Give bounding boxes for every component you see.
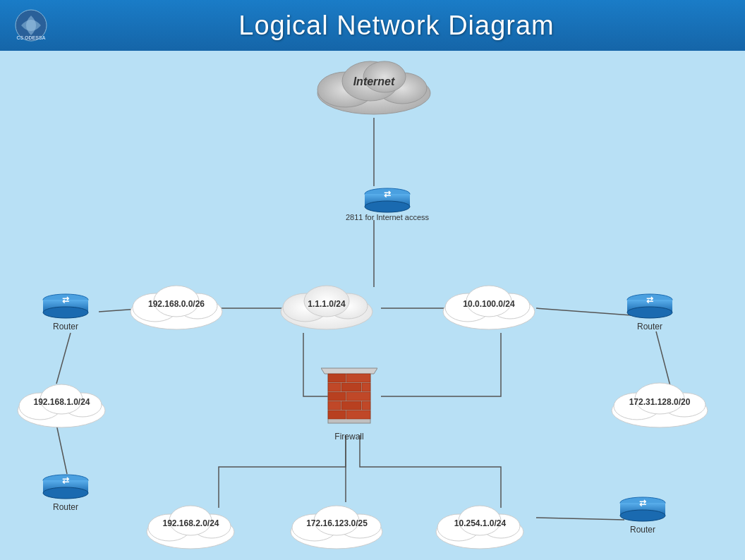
svg-text:⇄: ⇄ xyxy=(384,189,391,199)
header-title: Logical Network Diagram xyxy=(62,11,731,41)
cloud-left: 192.168.0.0/26 xyxy=(123,276,229,333)
svg-marker-51 xyxy=(321,368,377,374)
svg-rect-52 xyxy=(328,374,346,382)
internet-cloud: Internet xyxy=(303,54,444,118)
diagram: Internet ⇄ 2811 for Internet access xyxy=(0,51,745,560)
router-left-top-label: Router xyxy=(53,322,78,331)
svg-text:⇄: ⇄ xyxy=(646,295,653,305)
router-left-bot: ⇄ Router xyxy=(41,473,90,512)
router-left-top: ⇄ Router xyxy=(41,292,90,331)
svg-rect-60 xyxy=(341,401,361,410)
svg-text:CS ODESSA: CS ODESSA xyxy=(16,35,45,40)
cloud-br-label: 10.254.1.0/24 xyxy=(454,518,506,530)
router-right-top: ⇄ Router xyxy=(625,292,674,331)
svg-rect-62 xyxy=(328,410,346,419)
firewall: Firewall xyxy=(321,367,377,442)
svg-point-78 xyxy=(43,487,88,499)
cloud-bl: 192.168.2.0/24 xyxy=(140,497,242,552)
svg-line-9 xyxy=(56,425,67,474)
svg-point-82 xyxy=(620,510,665,521)
svg-text:⇄: ⇄ xyxy=(62,475,69,485)
svg-rect-59 xyxy=(328,401,341,410)
router-left-bot-label: Router xyxy=(53,502,78,512)
cloud-right2: 172.31.128.0/20 xyxy=(603,375,716,430)
svg-rect-53 xyxy=(346,374,370,382)
cloud-bc: 172.16.123.0/25 xyxy=(282,497,392,552)
svg-rect-55 xyxy=(341,383,361,391)
svg-rect-61 xyxy=(362,401,370,410)
svg-rect-57 xyxy=(328,392,346,401)
cloud-bc-label: 172.16.123.0/25 xyxy=(306,518,368,530)
router-right-bot: ⇄ Router xyxy=(618,495,667,535)
router-center-label: 2811 for Internet access xyxy=(346,212,429,222)
svg-point-36 xyxy=(43,307,88,318)
cloud-left2-label: 192.168.1.0/24 xyxy=(33,397,90,408)
router-center: ⇄ 2811 for Internet access xyxy=(346,186,429,226)
cloud-left2: 192.168.1.0/24 xyxy=(11,375,113,430)
svg-point-40 xyxy=(627,307,672,318)
firewall-label: Firewall xyxy=(334,432,363,442)
svg-text:⇄: ⇄ xyxy=(639,498,646,508)
svg-rect-54 xyxy=(328,383,341,391)
internet-label: Internet xyxy=(303,75,444,88)
cloud-left-label: 192.168.0.0/26 xyxy=(148,299,205,310)
cloud-right: 10.0.100.0/24 xyxy=(436,276,542,333)
logo: CS ODESSA xyxy=(14,8,48,42)
cloud-center-label: 1.1.1.0/24 xyxy=(308,299,345,310)
svg-text:⇄: ⇄ xyxy=(62,295,69,305)
svg-rect-63 xyxy=(346,410,370,419)
cloud-right2-label: 172.31.128.0/20 xyxy=(629,397,691,408)
cloud-bl-label: 192.168.2.0/24 xyxy=(162,518,219,530)
svg-point-20 xyxy=(365,201,410,212)
svg-line-12 xyxy=(536,518,624,520)
cloud-center: 1.1.1.0/24 xyxy=(274,276,380,333)
svg-line-7 xyxy=(536,308,631,315)
router-right-bot-label: Router xyxy=(630,525,655,535)
router-right-top-label: Router xyxy=(637,322,662,331)
cloud-right-label: 10.0.100.0/24 xyxy=(463,299,514,310)
logo-icon: CS ODESSA xyxy=(14,8,48,42)
svg-rect-58 xyxy=(346,392,370,401)
header: CS ODESSA Logical Network Diagram xyxy=(0,0,745,51)
cloud-br: 10.254.1.0/24 xyxy=(429,497,531,552)
svg-rect-56 xyxy=(362,383,370,391)
